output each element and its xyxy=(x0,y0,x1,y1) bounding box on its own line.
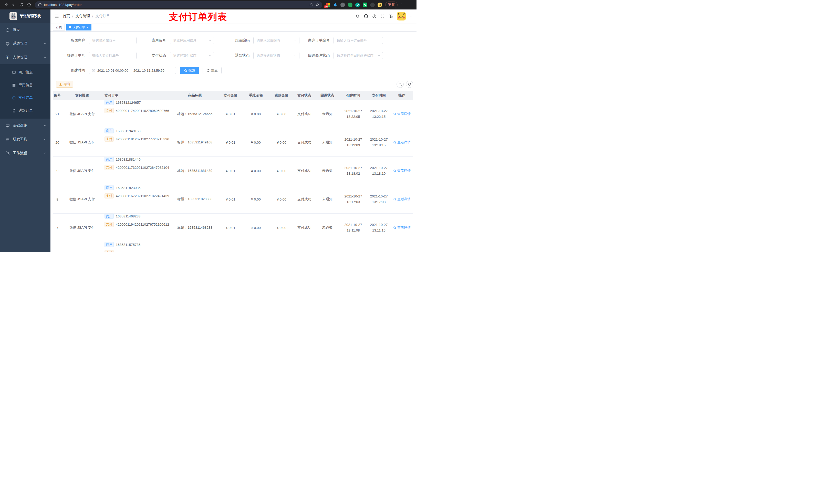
browser-update-button[interactable]: 更新 xyxy=(385,2,398,8)
sidebar-item-devtool[interactable]: 研发工具 xyxy=(0,133,50,146)
view-detail-link[interactable]: 查看详情 xyxy=(393,225,411,230)
chevron-down-icon xyxy=(43,152,46,155)
breadcrumb-pay-manage[interactable]: 支付管理 xyxy=(76,14,90,19)
magnifier-icon xyxy=(393,226,396,229)
gray-extension-icon[interactable] xyxy=(340,3,345,7)
sidebar: 芋道管理系统 首页 系统管理 ¥ 支付管理 xyxy=(0,9,50,252)
sidebar-item-merchant-info[interactable]: 商户信息 xyxy=(0,66,50,79)
browser-home-button[interactable] xyxy=(25,1,33,9)
sidebar-item-home[interactable]: 首页 xyxy=(0,23,50,37)
document-icon xyxy=(12,109,16,113)
sidebar-item-workflow[interactable]: 工作流程 xyxy=(0,146,50,160)
refund-status-select[interactable]: 请选择退款状态 xyxy=(253,52,300,59)
fullscreen-button[interactable] xyxy=(380,14,385,19)
fullscreen-icon xyxy=(380,14,385,19)
arrow-right-icon xyxy=(11,3,16,7)
check-extension-icon[interactable] xyxy=(355,3,360,7)
product-title-cell: 标题：1635311949168 xyxy=(171,128,219,157)
pay-status-cell: 支付成功 xyxy=(293,100,315,128)
breadcrumb-home[interactable]: 首页 xyxy=(63,14,70,19)
search-icon xyxy=(398,82,402,86)
create-time: 13:22:05 xyxy=(347,114,360,120)
action-cell: 查看详情 xyxy=(390,185,413,213)
pay-order-cell: 商户 1635311949168 支付 42000011812021102777… xyxy=(102,128,171,157)
view-detail-label: 查看详情 xyxy=(397,140,411,145)
create-time: 13:18:02 xyxy=(347,171,360,176)
view-detail-link[interactable]: 查看详情 xyxy=(393,169,411,173)
address-bar[interactable]: localhost:1024/pay/order xyxy=(35,1,322,8)
sidebar-item-payment[interactable]: ¥ 支付管理 xyxy=(0,50,50,64)
help-button[interactable] xyxy=(372,14,377,19)
column-header: 支付渠道 xyxy=(62,91,102,100)
sidebar-toggle-button[interactable] xyxy=(50,14,63,19)
sidebar-item-refund-order[interactable]: 退款订单 xyxy=(0,104,50,117)
sidebar-item-system[interactable]: 系统管理 xyxy=(0,37,50,50)
fee-amount-cell: ¥ 0.00 xyxy=(242,214,270,242)
share-icon[interactable] xyxy=(309,3,313,7)
emoji-extension-icon[interactable] xyxy=(378,3,382,7)
colorful-extension-icon[interactable]: 10 xyxy=(326,3,330,7)
filter-label: 回调商户状态 xyxy=(306,53,334,58)
column-header: 操作 xyxy=(390,91,413,100)
tab-close-icon[interactable]: × xyxy=(87,26,89,29)
wechat-extension-icon[interactable] xyxy=(363,3,367,7)
pay-status-cell: 支付成功 xyxy=(293,157,315,185)
refund-amount-cell: ¥ 0.00 xyxy=(270,185,293,213)
sidebar-item-infra[interactable]: 基础设施 xyxy=(0,119,50,133)
channel-order-no-input[interactable] xyxy=(89,52,137,59)
refresh-table-button[interactable] xyxy=(406,81,413,88)
font-size-button[interactable] xyxy=(388,14,393,19)
app-select[interactable]: 请选择应用信息 xyxy=(170,37,214,44)
chevron-down-icon xyxy=(209,54,212,57)
reset-button-label: 重置 xyxy=(211,68,218,73)
filter-merchant-order-no: 商户订单编号 xyxy=(306,37,383,44)
channel-code-select[interactable]: 请输入渠道编码 xyxy=(253,37,300,44)
view-detail-link[interactable]: 查看详情 xyxy=(393,197,411,201)
browser-forward-button[interactable] xyxy=(10,1,18,9)
green-extension-icon[interactable] xyxy=(348,3,353,7)
sidebar-item-app-info[interactable]: 应用信息 xyxy=(0,79,50,91)
search-button[interactable]: 搜索 xyxy=(180,67,199,74)
dark-extension-icon[interactable] xyxy=(370,3,375,7)
browser-reload-button[interactable] xyxy=(18,1,25,9)
home-icon xyxy=(27,3,31,7)
merchant-order-no: 1635311949168 xyxy=(116,129,141,133)
create-time-cell xyxy=(339,242,367,252)
github-button[interactable] xyxy=(364,14,368,19)
tab-home[interactable]: 首页 xyxy=(53,24,65,30)
notify-status-cell: 未通知 xyxy=(315,185,339,213)
filter-app: 应用编号 请选择应用信息 xyxy=(136,37,214,44)
filter-refund-status: 退款状态 请选择退款状态 xyxy=(219,52,300,59)
avatar[interactable] xyxy=(397,12,406,21)
toggle-search-button[interactable] xyxy=(397,81,404,88)
browser-menu-button[interactable] xyxy=(400,3,404,7)
export-button[interactable]: 导出 xyxy=(56,81,73,88)
reload-icon xyxy=(19,3,23,7)
font-size-icon xyxy=(388,14,393,19)
sidebar-item-pay-order[interactable]: 支付订单 xyxy=(0,91,50,104)
refund-amount-cell: ¥ 0.00 xyxy=(270,100,293,128)
user-menu-caret[interactable] xyxy=(410,15,412,18)
drop-extension-icon[interactable] xyxy=(333,3,338,7)
view-detail-link[interactable]: 查看详情 xyxy=(393,112,411,116)
merchant-order-no-input[interactable] xyxy=(334,37,383,44)
filter-label: 退款状态 xyxy=(219,53,253,58)
create-time-cell: 2021-10-27 13:11:08 xyxy=(339,214,367,242)
browser-back-button[interactable] xyxy=(2,1,10,9)
product-title-cell: 标题：1635311468233 xyxy=(171,214,219,242)
tab-pay-order[interactable]: 支付订单 × xyxy=(66,24,91,30)
header-search-button[interactable] xyxy=(356,14,360,19)
pay-status-cell: 支付成功 xyxy=(293,214,315,242)
reset-button[interactable]: 重置 xyxy=(203,67,221,74)
select-placeholder: 请选择退款状态 xyxy=(257,53,280,58)
merchant-input[interactable] xyxy=(89,37,137,44)
notify-status-select[interactable]: 请选择订单回调商户状态 xyxy=(334,52,383,59)
breadcrumb-separator: / xyxy=(72,14,73,18)
merchant-order-no: 1635311575736 xyxy=(116,243,141,247)
pay-status-select[interactable]: 请选择支付状态 xyxy=(170,52,214,59)
date-range-picker[interactable]: 2021-10-01 00:00:00 - 2021-10-31 23:59:5… xyxy=(89,67,176,74)
app-logo-row[interactable]: 芋道管理系统 xyxy=(0,9,50,23)
view-detail-link[interactable]: 查看详情 xyxy=(393,140,411,145)
bookmark-star-icon[interactable] xyxy=(315,3,319,7)
pay-tag: 支付 xyxy=(104,193,114,198)
